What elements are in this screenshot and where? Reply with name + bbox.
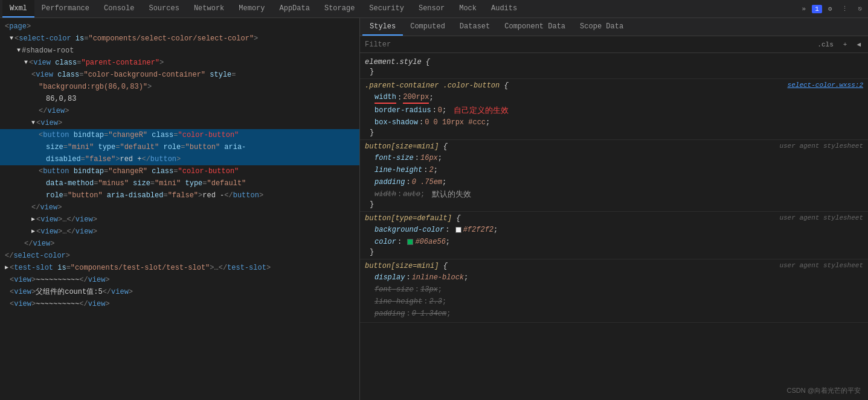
dom-line[interactable]: ▶ <view> … </view> bbox=[0, 214, 359, 226]
style-prop-line-height-2: line-height : 2.3 ; bbox=[365, 296, 863, 308]
dom-line-selected[interactable]: <button bindtap="changeR" class="color-b… bbox=[0, 129, 359, 141]
tab-performance-label: Performance bbox=[42, 4, 89, 13]
tab-wxml-label: Wxml bbox=[10, 4, 27, 13]
tab-appdata[interactable]: AppData bbox=[272, 0, 317, 17]
dom-line[interactable]: ▶ <view> … </view> bbox=[0, 226, 359, 238]
dom-line[interactable]: </view> bbox=[0, 105, 359, 117]
tab-component-data-label: Component Data bbox=[504, 22, 565, 31]
tab-sources-label: Sources bbox=[149, 4, 179, 13]
dom-line[interactable]: data-method="minus" size="mini" type="de… bbox=[0, 177, 359, 189]
add-style-button[interactable]: + bbox=[841, 40, 850, 49]
dom-line[interactable]: ▼ #shadow-root bbox=[0, 45, 359, 57]
tab-icons-group: » 1 ⚙ ⋮ ⎋ bbox=[799, 4, 866, 14]
settings-icon[interactable]: ⚙ bbox=[825, 4, 836, 14]
dom-line[interactable]: <view> ~~~~~~~~~~ </view> bbox=[0, 274, 359, 286]
tab-memory[interactable]: Memory bbox=[231, 0, 272, 17]
dom-line[interactable]: 86,0,83 bbox=[0, 93, 359, 105]
style-selector-button-mini-2: user agent stylesheet button[size=mini] … bbox=[365, 262, 863, 270]
dom-line-selected[interactable]: size="mini" type="default" role="button"… bbox=[0, 141, 359, 153]
filter-input[interactable] bbox=[365, 40, 815, 49]
dom-line[interactable]: <view> ~~~~~~~~~~ </view> bbox=[0, 298, 359, 310]
style-prop-width-ua: width : auto ; 默认的失效 bbox=[365, 188, 863, 200]
tab-mock[interactable]: Mock bbox=[452, 0, 484, 17]
tab-security[interactable]: Security bbox=[362, 0, 411, 17]
dom-tree-panel: <page> ▼ <select-color is="components/se… bbox=[0, 18, 360, 400]
color-swatch-f2f2f2[interactable] bbox=[455, 227, 461, 233]
tab-styles-label: Styles bbox=[370, 22, 396, 31]
cls-button[interactable]: .cls bbox=[815, 40, 835, 49]
tab-sensor-label: Sensor bbox=[419, 4, 445, 13]
dom-line[interactable]: <view> 父组件的count值:5 </view> bbox=[0, 286, 359, 298]
dom-line[interactable]: <button bindtap="changeR" class="color-b… bbox=[0, 165, 359, 177]
annotation-custom-active: 自己定义的生效 bbox=[454, 105, 509, 116]
dom-line[interactable]: </select-color> bbox=[0, 250, 359, 262]
dom-line[interactable]: ▼ <view> bbox=[0, 117, 359, 129]
style-prop-line-height-1: line-height : 2 ; bbox=[365, 164, 863, 176]
tab-storage[interactable]: Storage bbox=[317, 0, 362, 17]
tab-network[interactable]: Network bbox=[187, 0, 231, 17]
dom-line[interactable]: role="button" aria-disabled="false" >red… bbox=[0, 189, 359, 202]
color-swatch-06ae56[interactable] bbox=[407, 239, 413, 245]
tab-scope-data-label: Scope Data bbox=[580, 22, 623, 31]
style-block-button-type-default: user agent stylesheet button[type=defaul… bbox=[360, 212, 868, 259]
tab-styles[interactable]: Styles bbox=[362, 18, 403, 36]
element-style-close: } bbox=[365, 68, 863, 76]
tab-mock-label: Mock bbox=[459, 4, 477, 13]
style-block-button-size-mini-2: user agent stylesheet button[size=mini] … bbox=[360, 259, 868, 323]
tab-sources[interactable]: Sources bbox=[141, 0, 186, 17]
tab-console[interactable]: Console bbox=[97, 0, 141, 17]
tab-wxml[interactable]: Wxml bbox=[2, 0, 34, 17]
tab-dataset[interactable]: Dataset bbox=[452, 18, 497, 36]
tab-security-label: Security bbox=[369, 4, 404, 13]
main-area: <page> ▼ <select-color is="components/se… bbox=[0, 18, 868, 400]
tab-audits[interactable]: Audits bbox=[484, 0, 524, 17]
style-prop-display: display : inline-block ; bbox=[365, 271, 863, 284]
tab-audits-label: Audits bbox=[491, 4, 517, 13]
tab-component-data[interactable]: Component Data bbox=[497, 18, 573, 36]
annotation-default-inactive: 默认的失效 bbox=[432, 189, 471, 200]
dom-line-selected[interactable]: disabled="false" >red +</button> bbox=[0, 153, 359, 165]
style-source-link[interactable]: select-color.wxss:2 bbox=[788, 81, 863, 89]
right-panel: Styles Computed Dataset Component Data S… bbox=[360, 18, 868, 400]
dom-line[interactable]: <page> bbox=[0, 21, 359, 33]
dom-line[interactable]: ▶ <test-slot is="components/test-slot/te… bbox=[0, 262, 359, 274]
tab-performance[interactable]: Performance bbox=[34, 0, 97, 17]
tab-computed[interactable]: Computed bbox=[403, 18, 452, 36]
menu-icon[interactable]: ⋮ bbox=[838, 4, 852, 14]
tab-console-label: Console bbox=[104, 4, 134, 13]
ua-label-2: user agent stylesheet bbox=[779, 214, 863, 221]
right-tab-bar: Styles Computed Dataset Component Data S… bbox=[360, 18, 868, 36]
dom-line[interactable]: <view class="color-background-container"… bbox=[0, 69, 359, 81]
tab-sensor[interactable]: Sensor bbox=[411, 0, 452, 17]
dom-line[interactable]: "background:rgb(86,0,83)"> bbox=[0, 81, 359, 93]
style-block-button-size-mini-1: user agent stylesheet button[size=mini] … bbox=[360, 140, 868, 212]
more-tabs-button[interactable]: » bbox=[799, 4, 810, 14]
style-prop-font-size-1: font-size : 16px ; bbox=[365, 152, 863, 164]
style-prop-border-radius: border-radius : 0 ; 自己定义的生效 bbox=[365, 104, 863, 116]
dom-line[interactable]: ▼ <view class="parent-container" > bbox=[0, 57, 359, 69]
tab-network-label: Network bbox=[194, 4, 224, 13]
dom-line[interactable]: </view> bbox=[0, 238, 359, 250]
tab-scope-data[interactable]: Scope Data bbox=[573, 18, 631, 36]
style-prop-width: width : 200rpx ; bbox=[365, 91, 863, 104]
filter-actions: .cls + ◀ bbox=[815, 40, 863, 49]
style-prop-font-size-2: font-size : 13px ; bbox=[365, 284, 863, 296]
tab-dataset-label: Dataset bbox=[460, 22, 490, 31]
tab-memory-label: Memory bbox=[239, 4, 265, 13]
tab-appdata-label: AppData bbox=[280, 4, 310, 13]
collapse-icon[interactable]: ◀ bbox=[854, 40, 863, 49]
dom-line[interactable]: ▼ <select-color is="components/select-co… bbox=[0, 33, 359, 45]
style-block-close: } bbox=[365, 129, 863, 137]
style-selector-parent-container: select-color.wxss:2 .parent-container .c… bbox=[365, 81, 863, 90]
style-block-parent-container: select-color.wxss:2 .parent-container .c… bbox=[360, 79, 868, 140]
style-selector-button-mini-1: user agent stylesheet button[size=mini] … bbox=[365, 142, 863, 151]
ua-label-1: user agent stylesheet bbox=[779, 142, 863, 150]
badge-count[interactable]: 1 bbox=[812, 5, 822, 13]
tab-computed-label: Computed bbox=[410, 22, 445, 31]
filter-bar: .cls + ◀ bbox=[360, 36, 868, 53]
element-style-block: element.style { } bbox=[360, 56, 868, 79]
dom-line[interactable]: </view> bbox=[0, 202, 359, 214]
style-prop-padding-2: padding : 0 1.34em ; bbox=[365, 308, 863, 320]
ua-label-3: user agent stylesheet bbox=[779, 262, 863, 269]
undock-icon[interactable]: ⎋ bbox=[854, 4, 866, 14]
